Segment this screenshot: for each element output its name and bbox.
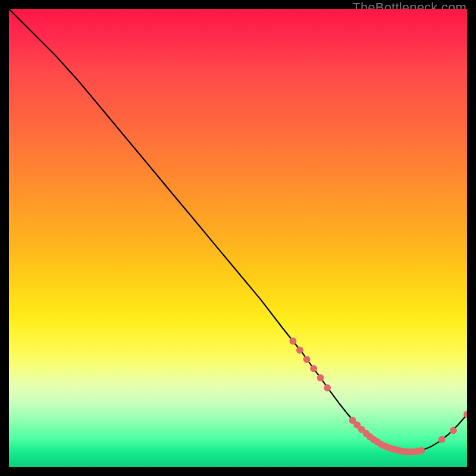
data-marker <box>317 374 324 381</box>
curve-svg <box>9 9 467 467</box>
data-marker <box>289 337 296 345</box>
data-marker <box>296 347 303 354</box>
marker-group <box>289 337 467 455</box>
data-marker <box>303 356 311 363</box>
data-marker <box>310 365 317 372</box>
data-marker <box>418 447 425 454</box>
bottleneck-curve <box>9 9 467 452</box>
data-marker <box>439 436 446 443</box>
data-marker <box>450 427 457 434</box>
chart-frame: TheBottleneck.com <box>0 0 476 476</box>
gradient-plot-area <box>9 9 467 467</box>
data-marker <box>324 384 331 392</box>
